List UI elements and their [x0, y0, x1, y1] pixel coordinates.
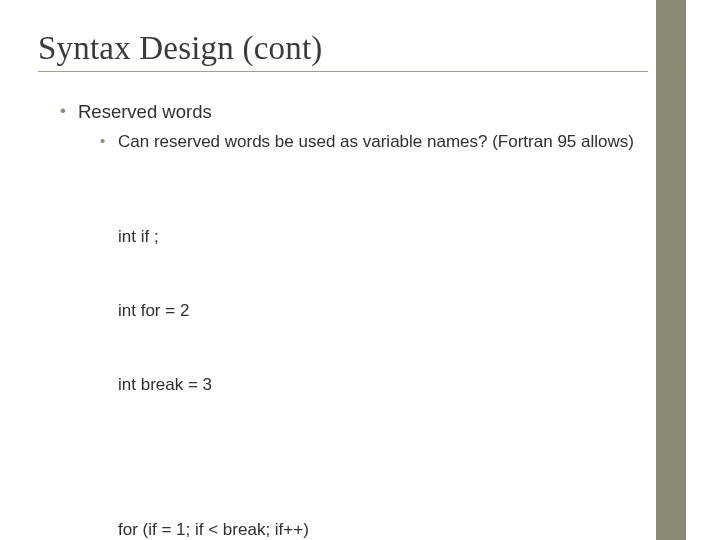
bullet-sublist: Can reserved words be used as variable n… — [100, 131, 640, 154]
slide-title: Syntax Design (cont) — [38, 30, 640, 67]
bullet-list: Reserved words Can reserved words be use… — [60, 100, 640, 540]
code-block: int if ; int for = 2 int break = 3 for (… — [118, 176, 640, 540]
code-loop: for (if = 1; if < break; if++) if (if > … — [118, 469, 640, 540]
code-declarations: int if ; int for = 2 int break = 3 — [118, 176, 640, 447]
code-line: int for = 2 — [118, 299, 640, 324]
bullet-lvl2: Can reserved words be used as variable n… — [100, 131, 640, 154]
slide: Syntax Design (cont) Reserved words Can … — [0, 0, 720, 540]
code-line: int if ; — [118, 225, 640, 250]
title-underline — [38, 71, 648, 72]
bullet-lvl2-text: Can reserved words be used as variable n… — [118, 132, 634, 151]
bullet-lvl1: Reserved words Can reserved words be use… — [60, 100, 640, 540]
code-line: for (if = 1; if < break; if++) — [118, 518, 640, 540]
code-line: int break = 3 — [118, 373, 640, 398]
bullet-lvl1-text: Reserved words — [78, 101, 212, 122]
